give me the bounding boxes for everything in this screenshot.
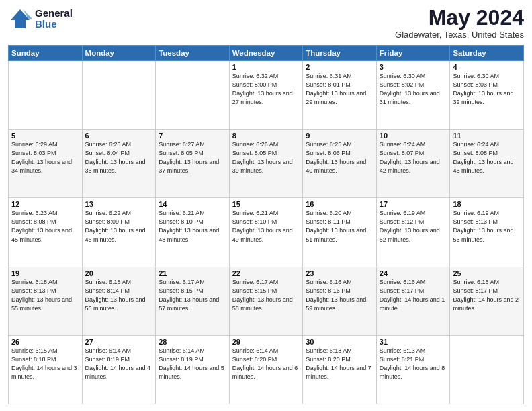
calendar-cell: 18Sunrise: 6:19 AMSunset: 8:13 PMDayligh… <box>450 198 524 267</box>
day-number: 2 <box>306 63 373 71</box>
day-info: Sunrise: 6:30 AMSunset: 8:03 PMDaylight:… <box>453 72 521 107</box>
calendar-cell: 6Sunrise: 6:28 AMSunset: 8:04 PMDaylight… <box>82 130 156 198</box>
calendar-cell: 14Sunrise: 6:21 AMSunset: 8:10 PMDayligh… <box>156 198 230 267</box>
day-number: 5 <box>11 132 79 140</box>
day-info: Sunrise: 6:14 AMSunset: 8:19 PMDaylight:… <box>159 347 226 381</box>
calendar-cell <box>156 61 230 130</box>
day-info: Sunrise: 6:27 AMSunset: 8:05 PMDaylight:… <box>159 140 226 175</box>
calendar-cell: 17Sunrise: 6:19 AMSunset: 8:12 PMDayligh… <box>376 198 450 267</box>
day-info: Sunrise: 6:19 AMSunset: 8:12 PMDaylight:… <box>380 209 447 244</box>
calendar-cell: 1Sunrise: 6:32 AMSunset: 8:00 PMDaylight… <box>229 61 303 130</box>
calendar-cell: 27Sunrise: 6:14 AMSunset: 8:19 PMDayligh… <box>82 335 156 404</box>
logo: General Blue <box>8 7 73 31</box>
day-info: Sunrise: 6:30 AMSunset: 8:02 PMDaylight:… <box>380 72 447 107</box>
column-header-friday: Friday <box>376 46 450 61</box>
day-number: 30 <box>306 338 373 346</box>
column-header-wednesday: Wednesday <box>229 46 303 61</box>
day-info: Sunrise: 6:18 AMSunset: 8:14 PMDaylight:… <box>85 278 153 313</box>
day-number: 29 <box>232 338 300 346</box>
day-info: Sunrise: 6:13 AMSunset: 8:21 PMDaylight:… <box>380 347 447 381</box>
day-number: 7 <box>159 132 226 140</box>
column-header-saturday: Saturday <box>450 46 524 61</box>
day-info: Sunrise: 6:25 AMSunset: 8:06 PMDaylight:… <box>306 140 373 175</box>
day-number: 13 <box>85 200 153 208</box>
header-right: May 2024 Gladewater, Texas, United State… <box>395 7 524 40</box>
calendar-cell: 9Sunrise: 6:25 AMSunset: 8:06 PMDaylight… <box>303 130 377 198</box>
day-info: Sunrise: 6:17 AMSunset: 8:15 PMDaylight:… <box>159 278 226 313</box>
day-info: Sunrise: 6:21 AMSunset: 8:10 PMDaylight:… <box>159 209 226 244</box>
day-info: Sunrise: 6:14 AMSunset: 8:20 PMDaylight:… <box>232 347 300 381</box>
day-info: Sunrise: 6:23 AMSunset: 8:08 PMDaylight:… <box>11 209 79 244</box>
calendar-cell <box>9 61 83 130</box>
day-info: Sunrise: 6:20 AMSunset: 8:11 PMDaylight:… <box>306 209 373 244</box>
calendar-cell: 29Sunrise: 6:14 AMSunset: 8:20 PMDayligh… <box>229 335 303 404</box>
calendar-cell: 2Sunrise: 6:31 AMSunset: 8:01 PMDaylight… <box>303 61 377 130</box>
calendar-cell: 3Sunrise: 6:30 AMSunset: 8:02 PMDaylight… <box>376 61 450 130</box>
day-info: Sunrise: 6:13 AMSunset: 8:20 PMDaylight:… <box>306 347 373 381</box>
month-title: May 2024 <box>395 7 524 28</box>
column-header-monday: Monday <box>82 46 156 61</box>
header: General Blue May 2024 Gladewater, Texas,… <box>8 7 524 40</box>
day-info: Sunrise: 6:22 AMSunset: 8:09 PMDaylight:… <box>85 209 153 244</box>
day-number: 19 <box>11 269 79 277</box>
day-info: Sunrise: 6:15 AMSunset: 8:17 PMDaylight:… <box>453 278 521 313</box>
column-header-thursday: Thursday <box>303 46 377 61</box>
calendar-cell: 8Sunrise: 6:26 AMSunset: 8:05 PMDaylight… <box>229 130 303 198</box>
calendar-cell: 12Sunrise: 6:23 AMSunset: 8:08 PMDayligh… <box>9 198 83 267</box>
calendar-table: SundayMondayTuesdayWednesdayThursdayFrid… <box>8 45 524 404</box>
location: Gladewater, Texas, United States <box>395 30 524 40</box>
day-number: 6 <box>85 132 153 140</box>
day-number: 18 <box>453 200 521 208</box>
day-number: 10 <box>380 132 447 140</box>
calendar-cell: 23Sunrise: 6:16 AMSunset: 8:16 PMDayligh… <box>303 267 377 335</box>
logo-text: General Blue <box>35 8 73 30</box>
day-number: 4 <box>453 63 521 71</box>
logo-blue-text: Blue <box>35 19 73 30</box>
day-info: Sunrise: 6:19 AMSunset: 8:13 PMDaylight:… <box>453 209 521 244</box>
day-info: Sunrise: 6:31 AMSunset: 8:01 PMDaylight:… <box>306 72 373 107</box>
day-info: Sunrise: 6:16 AMSunset: 8:17 PMDaylight:… <box>380 278 447 313</box>
day-info: Sunrise: 6:17 AMSunset: 8:15 PMDaylight:… <box>232 278 300 313</box>
calendar-cell: 22Sunrise: 6:17 AMSunset: 8:15 PMDayligh… <box>229 267 303 335</box>
calendar-cell: 20Sunrise: 6:18 AMSunset: 8:14 PMDayligh… <box>82 267 156 335</box>
day-number: 11 <box>453 132 521 140</box>
day-info: Sunrise: 6:29 AMSunset: 8:03 PMDaylight:… <box>11 140 79 175</box>
day-info: Sunrise: 6:26 AMSunset: 8:05 PMDaylight:… <box>232 140 300 175</box>
day-info: Sunrise: 6:32 AMSunset: 8:00 PMDaylight:… <box>232 72 300 107</box>
calendar-cell: 26Sunrise: 6:15 AMSunset: 8:18 PMDayligh… <box>9 335 83 404</box>
column-header-tuesday: Tuesday <box>156 46 230 61</box>
page: General Blue May 2024 Gladewater, Texas,… <box>0 0 532 411</box>
logo-icon <box>8 7 32 31</box>
logo-general-text: General <box>35 8 73 19</box>
calendar-week-5: 26Sunrise: 6:15 AMSunset: 8:18 PMDayligh… <box>9 335 524 404</box>
day-number: 27 <box>85 338 153 346</box>
calendar-cell: 5Sunrise: 6:29 AMSunset: 8:03 PMDaylight… <box>9 130 83 198</box>
day-info: Sunrise: 6:16 AMSunset: 8:16 PMDaylight:… <box>306 278 373 313</box>
calendar-cell: 25Sunrise: 6:15 AMSunset: 8:17 PMDayligh… <box>450 267 524 335</box>
day-number: 3 <box>380 63 447 71</box>
day-info: Sunrise: 6:28 AMSunset: 8:04 PMDaylight:… <box>85 140 153 175</box>
day-info: Sunrise: 6:18 AMSunset: 8:13 PMDaylight:… <box>11 278 79 313</box>
calendar-cell <box>450 335 524 404</box>
calendar-cell: 24Sunrise: 6:16 AMSunset: 8:17 PMDayligh… <box>376 267 450 335</box>
calendar-week-1: 1Sunrise: 6:32 AMSunset: 8:00 PMDaylight… <box>9 61 524 130</box>
day-number: 17 <box>380 200 447 208</box>
day-number: 31 <box>380 338 447 346</box>
day-number: 9 <box>306 132 373 140</box>
calendar-cell: 7Sunrise: 6:27 AMSunset: 8:05 PMDaylight… <box>156 130 230 198</box>
calendar-cell: 16Sunrise: 6:20 AMSunset: 8:11 PMDayligh… <box>303 198 377 267</box>
day-number: 25 <box>453 269 521 277</box>
day-number: 8 <box>232 132 300 140</box>
calendar-week-3: 12Sunrise: 6:23 AMSunset: 8:08 PMDayligh… <box>9 198 524 267</box>
day-number: 16 <box>306 200 373 208</box>
calendar-cell: 19Sunrise: 6:18 AMSunset: 8:13 PMDayligh… <box>9 267 83 335</box>
day-number: 14 <box>159 200 226 208</box>
day-number: 26 <box>11 338 79 346</box>
calendar-cell: 30Sunrise: 6:13 AMSunset: 8:20 PMDayligh… <box>303 335 377 404</box>
day-info: Sunrise: 6:21 AMSunset: 8:10 PMDaylight:… <box>232 209 300 244</box>
calendar-cell: 4Sunrise: 6:30 AMSunset: 8:03 PMDaylight… <box>450 61 524 130</box>
calendar-cell: 10Sunrise: 6:24 AMSunset: 8:07 PMDayligh… <box>376 130 450 198</box>
calendar-cell: 13Sunrise: 6:22 AMSunset: 8:09 PMDayligh… <box>82 198 156 267</box>
day-info: Sunrise: 6:24 AMSunset: 8:08 PMDaylight:… <box>453 140 521 175</box>
day-info: Sunrise: 6:24 AMSunset: 8:07 PMDaylight:… <box>380 140 447 175</box>
